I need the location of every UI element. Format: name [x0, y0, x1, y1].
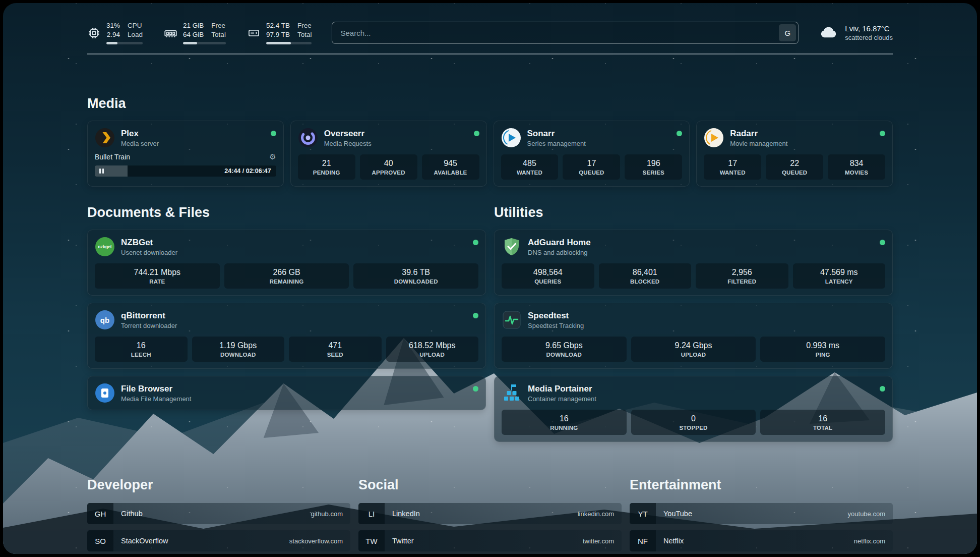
section-title-social: Social — [358, 477, 622, 493]
service-card-nzbget[interactable]: nzbget NZBGet Usenet downloader 744.21 M… — [87, 230, 486, 296]
stat-tile: 0.993 ms PING — [760, 337, 885, 362]
media-grid: Plex Media server Bullet Train ⚙ — [87, 121, 893, 187]
bookmark-stackoverflow[interactable]: SO StackOverflow stackoverflow.com — [87, 530, 350, 551]
search-input[interactable] — [332, 22, 799, 44]
weather-widget: Lviv, 16.87°C scattered clouds — [819, 24, 893, 41]
stat-value: 39.6 TB — [355, 268, 476, 277]
status-dot — [271, 131, 276, 136]
search-provider-button[interactable]: G — [779, 24, 796, 41]
stat-tile: 9.24 Gbps UPLOAD — [631, 337, 756, 362]
stat-tile: 945 AVAILABLE — [422, 154, 479, 180]
service-card-overseerr[interactable]: Overseerr Media Requests 21 PENDING 40 A… — [290, 121, 487, 187]
service-card-speedtest[interactable]: Speedtest Speedtest Tracking 9.65 Gbps D… — [494, 303, 893, 369]
disk-total-value: 97.9 TB — [266, 30, 290, 39]
top-bar: 31% 2.94 CPU Load — [87, 3, 893, 44]
stat-label: MOVIES — [830, 170, 883, 176]
stat-value: 22 — [768, 159, 821, 168]
service-card-portainer[interactable]: Media Portainer Container management 16 … — [494, 376, 893, 442]
stat-label: LATENCY — [795, 278, 884, 285]
bookmarks-section: Developer GH Github github.com SO StackO… — [87, 477, 893, 554]
memory-total-value: 64 GiB — [183, 30, 204, 39]
section-title-utilities: Utilities — [494, 205, 893, 220]
gear-icon[interactable]: ⚙ — [269, 152, 276, 161]
screenshot-frame: 31% 2.94 CPU Load — [0, 0, 980, 557]
service-name: Speedtest — [528, 311, 584, 321]
memory-widget: 21 GiB 64 GiB Free Total — [164, 21, 226, 44]
cloud-icon — [819, 25, 839, 40]
utilities-column: Utilities Ad — [494, 187, 893, 449]
bookmark-url: github.com — [311, 510, 350, 518]
stat-label: FILTERED — [698, 278, 786, 285]
memory-progress-bar — [183, 42, 226, 44]
stat-value: 40 — [362, 159, 415, 168]
status-dot — [677, 131, 682, 136]
service-description: Media server — [121, 140, 159, 147]
bookmark-url: stackoverflow.com — [289, 537, 350, 545]
stats-row: 9.65 Gbps DOWNLOAD 9.24 Gbps UPLOAD 0.99… — [502, 337, 885, 362]
bookmark-url: twitter.com — [583, 537, 622, 545]
status-dot — [474, 131, 479, 136]
bookmark-abbr: LI — [358, 503, 385, 524]
service-card-sonarr[interactable]: Sonarr Series management 485 WANTED 17 Q… — [494, 121, 690, 187]
svg-text:qb: qb — [100, 316, 109, 324]
stat-value: 485 — [503, 159, 557, 168]
bookmark-github[interactable]: GH Github github.com — [87, 503, 350, 524]
nzbget-icon: nzbget — [95, 237, 115, 257]
stat-label: UPLOAD — [633, 352, 754, 358]
bookmark-abbr: SO — [87, 530, 113, 551]
service-card-qbittorrent[interactable]: qb qBittorrent Torrent downloader 16 — [87, 303, 486, 369]
service-name: NZBGet — [121, 238, 177, 248]
service-card-plex[interactable]: Plex Media server Bullet Train ⚙ — [87, 121, 284, 187]
service-card-filebrowser[interactable]: File Browser Media File Management — [87, 376, 486, 410]
stat-value: 618.52 Mbps — [388, 341, 477, 350]
status-dot — [880, 131, 885, 136]
section-title-developer: Developer — [87, 477, 350, 493]
stat-label: QUERIES — [504, 278, 592, 285]
dashboard-screen: 31% 2.94 CPU Load — [3, 3, 977, 554]
stat-value: 16 — [504, 414, 625, 423]
stat-tile: 39.6 TB DOWNLOADED — [353, 263, 478, 289]
plex-now-playing: Bullet Train ⚙ 24:44 / 02:06:47 — [95, 152, 276, 177]
service-name: Plex — [121, 129, 159, 139]
section-title-documents: Documents & Files — [87, 205, 486, 220]
pause-icon[interactable] — [99, 169, 104, 174]
stat-label: RUNNING — [504, 425, 625, 431]
bookmark-url: netflix.com — [854, 537, 893, 545]
section-title-entertainment: Entertainment — [630, 477, 893, 493]
stat-tile: 834 MOVIES — [828, 154, 885, 180]
bookmark-linkedin[interactable]: LI LinkedIn linkedin.com — [358, 503, 622, 524]
stat-label: QUEUED — [565, 170, 618, 176]
stat-value: 196 — [627, 159, 680, 168]
status-dot — [880, 240, 885, 245]
bookmark-netflix[interactable]: NF Netflix netflix.com — [630, 530, 893, 551]
stat-tile: 485 WANTED — [501, 154, 559, 180]
stat-value: 17 — [565, 159, 618, 168]
stat-value: 47.569 ms — [795, 268, 884, 277]
stat-value: 744.21 Mbps — [97, 268, 218, 277]
stat-value: 17 — [706, 159, 759, 168]
disk-free-label: Free — [297, 21, 312, 30]
bookmark-name: LinkedIn — [385, 510, 420, 518]
svg-text:nzbget: nzbget — [98, 244, 112, 249]
documents-column: Documents & Files nzbget NZBGet Usenet d… — [87, 187, 486, 417]
service-card-adguard[interactable]: AdGuard Home DNS and adblocking 498,564 … — [494, 230, 893, 296]
service-name: Radarr — [730, 129, 787, 139]
stat-value: 9.24 Gbps — [633, 341, 754, 350]
bookmark-twitter[interactable]: TW Twitter twitter.com — [358, 530, 622, 551]
stat-tile: 21 PENDING — [298, 154, 355, 180]
stat-tile: 40 APPROVED — [360, 154, 417, 180]
filebrowser-icon — [95, 383, 115, 403]
service-card-radarr[interactable]: Radarr Movie management 17 WANTED 22 QUE… — [696, 121, 893, 187]
status-dot — [473, 240, 478, 245]
stat-label: SERIES — [627, 170, 680, 176]
service-description: Movie management — [730, 140, 787, 147]
disk-progress-bar — [266, 42, 312, 44]
playback-progress-bar[interactable]: 24:44 / 02:06:47 — [95, 165, 276, 177]
bookmark-name: Netflix — [656, 537, 684, 545]
stat-label: PING — [762, 352, 883, 358]
disk-total-label: Total — [297, 30, 312, 39]
bookmark-youtube[interactable]: YT YouTube youtube.com — [630, 503, 893, 524]
stat-tile: 86,401 BLOCKED — [599, 263, 692, 289]
memory-free-label: Free — [211, 21, 226, 30]
bookmark-abbr: YT — [630, 503, 656, 524]
